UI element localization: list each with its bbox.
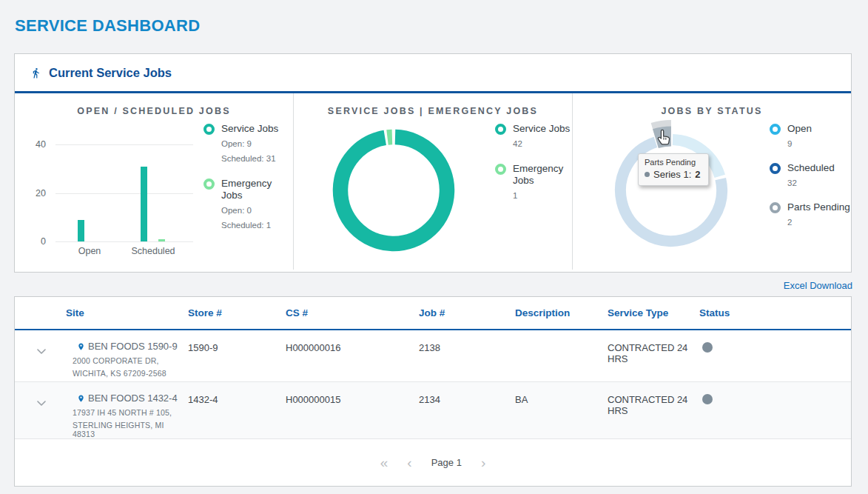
pagination-page-label: Page 1 xyxy=(431,457,462,468)
column-header-description: Description xyxy=(515,307,608,318)
legend-ring-icon xyxy=(495,164,506,175)
legend-item-emergency-jobs[interactable]: Emergency Jobs Open: 0 Scheduled: 1 xyxy=(203,178,291,231)
tooltip-value: 2 xyxy=(695,169,700,180)
site-cell: BEN FOODS 1432-4 17937 IH 45 NORTH # 105… xyxy=(66,382,188,438)
service-type-cell: CONTRACTED 24 HRS xyxy=(608,382,699,438)
site-cell: BEN FOODS 1590-9 2000 CORPORATE DR, WICH… xyxy=(66,330,188,381)
legend-value: 42 xyxy=(513,138,578,150)
legend-value: 2 xyxy=(787,216,864,228)
panel-title: Current Service Jobs xyxy=(49,66,172,80)
panel-header: Current Service Jobs xyxy=(15,54,851,93)
legend-ring-icon xyxy=(770,124,781,135)
donut-slice-service-jobs[interactable] xyxy=(339,136,448,245)
y-axis-tick: 20 xyxy=(22,188,46,198)
pagination-first-icon[interactable]: « xyxy=(380,455,388,470)
legend-value: 1 xyxy=(513,190,572,201)
gridline xyxy=(55,193,193,194)
site-address-line2: WICHITA, KS 67209-2568 xyxy=(73,369,188,378)
table-row[interactable]: BEN FOODS 1590-9 2000 CORPORATE DR, WICH… xyxy=(15,330,851,382)
column-header-cs: CS # xyxy=(286,307,419,318)
pagination: « ‹ Page 1 › xyxy=(15,438,851,486)
service-type-cell: CONTRACTED 24 HRS xyxy=(608,330,699,381)
x-axis-label: Scheduled xyxy=(124,246,183,256)
chart-legend: Service Jobs Open: 9 Scheduled: 31 Emerg… xyxy=(203,123,291,244)
legend-ring-icon xyxy=(495,124,506,135)
bar-emergency-scheduled[interactable] xyxy=(158,239,165,241)
legend-ring-icon xyxy=(770,202,781,213)
tooltip-series-label: Series 1: xyxy=(653,169,691,180)
legend-ring-icon xyxy=(770,163,781,174)
gridline xyxy=(55,241,193,242)
bar-service-open[interactable] xyxy=(78,220,84,241)
legend-label: Service Jobs xyxy=(513,123,578,135)
donut-chart xyxy=(320,116,468,264)
x-axis-label: Open xyxy=(67,246,112,256)
site-address-line1: 17937 IH 45 NORTH # 105, xyxy=(73,408,188,417)
y-axis-tick: 0 xyxy=(22,236,46,247)
location-pin-icon xyxy=(77,341,85,352)
column-header-job: Job # xyxy=(419,307,515,318)
pagination-next-icon[interactable]: › xyxy=(481,455,485,470)
walking-person-icon xyxy=(30,67,41,79)
legend-detail: Scheduled: 1 xyxy=(221,219,280,231)
table-header-row: Site Store # CS # Job # Description Serv… xyxy=(15,297,851,330)
excel-download-link[interactable]: Excel Download xyxy=(784,280,852,291)
site-address-line1: 2000 CORPORATE DR, xyxy=(73,356,188,365)
legend-label: Scheduled xyxy=(787,162,835,174)
service-emergency-jobs-chart: SERVICE JOBS | EMERGENCY JOBS Service Jo… xyxy=(293,93,572,270)
store-cell: 1590-9 xyxy=(188,330,286,381)
page-title: SERVICE DASHBOARD xyxy=(15,16,200,36)
legend-detail: Open: 0 xyxy=(221,204,280,216)
store-cell: 1432-4 xyxy=(188,382,286,438)
row-expand-chevron-icon[interactable] xyxy=(15,330,66,381)
column-header-store: Store # xyxy=(188,307,286,318)
legend-item-parts-pending[interactable]: Parts Pending 2 xyxy=(770,201,851,228)
column-header-status: Status xyxy=(699,307,851,318)
column-header-site: Site xyxy=(66,307,188,318)
job-cell: 2134 xyxy=(419,382,515,438)
bar-service-scheduled[interactable] xyxy=(141,167,147,241)
jobs-by-status-chart: JOBS BY STATUS Parts Pending Series 1: 2 xyxy=(572,93,851,270)
cs-cell: H000000016 xyxy=(286,330,419,381)
site-address-line2: STERLING HEIGHTS, MI 48313 xyxy=(73,421,188,438)
legend-label: Parts Pending xyxy=(787,201,864,213)
chart-legend: Open 9 Scheduled 32 Parts Pending 2 xyxy=(770,123,851,241)
open-scheduled-jobs-chart: OPEN / SCHEDULED JOBS 40 20 0 Open Sched… xyxy=(15,93,293,270)
legend-item-service-jobs[interactable]: Service Jobs Open: 9 Scheduled: 31 xyxy=(203,123,291,164)
tooltip-title: Parts Pending xyxy=(645,158,702,167)
legend-label: Service Jobs xyxy=(221,123,288,135)
table-row[interactable]: BEN FOODS 1432-4 17937 IH 45 NORTH # 105… xyxy=(15,382,851,439)
legend-value: 9 xyxy=(787,138,812,150)
tooltip-bullet-icon xyxy=(645,172,650,177)
chart-legend: Service Jobs 42 Emergency Jobs 1 xyxy=(495,123,569,215)
description-cell xyxy=(515,330,608,381)
chart-title: SERVICE JOBS | EMERGENCY JOBS xyxy=(294,106,572,116)
legend-item-emergency-jobs[interactable]: Emergency Jobs 1 xyxy=(495,163,569,201)
legend-label: Emergency Jobs xyxy=(513,163,572,187)
chart-title: OPEN / SCHEDULED JOBS xyxy=(15,106,293,116)
chart-tooltip: Parts Pending Series 1: 2 xyxy=(638,153,709,186)
y-axis-tick: 40 xyxy=(22,139,46,150)
legend-label: Open xyxy=(787,123,812,135)
legend-item-open[interactable]: Open 9 xyxy=(770,123,851,150)
legend-label: Emergency Jobs xyxy=(221,178,280,201)
gridline xyxy=(55,144,193,145)
hand-cursor-icon xyxy=(654,128,673,150)
legend-item-scheduled[interactable]: Scheduled 32 xyxy=(770,162,851,189)
cs-cell: H000000015 xyxy=(286,382,419,438)
description-cell: BA xyxy=(515,382,608,438)
site-name[interactable]: BEN FOODS 1590-9 xyxy=(88,341,178,352)
job-cell: 2138 xyxy=(419,330,515,381)
legend-item-service-jobs[interactable]: Service Jobs 42 xyxy=(495,123,569,150)
column-header-service-type: Service Type xyxy=(608,307,699,318)
legend-ring-icon xyxy=(203,124,215,135)
row-expand-chevron-icon[interactable] xyxy=(15,382,66,438)
pagination-prev-icon[interactable]: ‹ xyxy=(407,455,411,470)
site-name[interactable]: BEN FOODS 1432-4 xyxy=(88,393,178,404)
legend-detail: Scheduled: 31 xyxy=(221,153,288,164)
current-service-jobs-panel: Current Service Jobs OPEN / SCHEDULED JO… xyxy=(14,53,852,273)
service-jobs-table: Site Store # CS # Job # Description Serv… xyxy=(14,296,852,487)
legend-ring-icon xyxy=(203,178,215,190)
legend-detail: Open: 9 xyxy=(221,138,288,150)
location-pin-icon xyxy=(77,393,85,404)
